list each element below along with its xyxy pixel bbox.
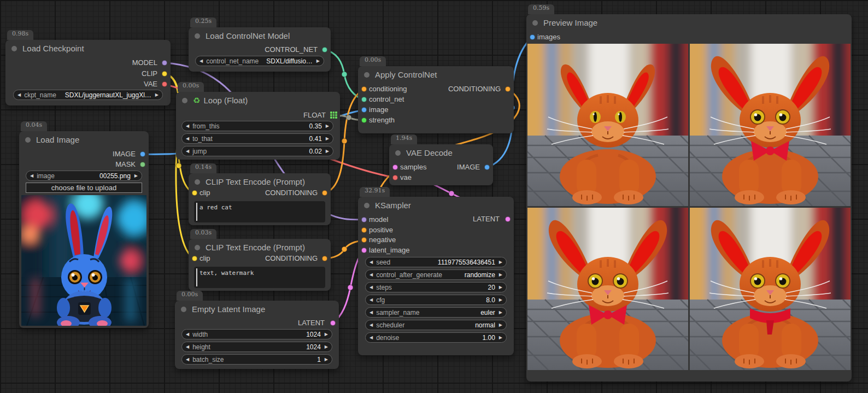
collapse-indicator[interactable]: [364, 72, 370, 78]
port-latent-output[interactable]: [505, 216, 511, 222]
height-widget[interactable]: ◀ height 1024 ▶: [181, 342, 332, 352]
port-clip-input[interactable]: [192, 190, 197, 196]
port-positive-input[interactable]: [361, 227, 367, 233]
increment-arrow-icon[interactable]: ▶: [325, 332, 328, 337]
decrement-arrow-icon[interactable]: ◀: [370, 260, 373, 265]
port-image-output[interactable]: [484, 165, 490, 170]
node-empty-latent-image[interactable]: 0.00s Empty Latent Image LATENT ◀ width …: [175, 301, 339, 369]
collapse-indicator[interactable]: [364, 203, 370, 208]
node-load-controlnet-model[interactable]: 0.25s Load ControlNet Model CONTROL_NET …: [189, 27, 331, 72]
node-ksampler[interactable]: 32.91s KSampler model positive negative …: [358, 197, 514, 355]
increment-arrow-icon[interactable]: ▶: [326, 137, 329, 141]
port-vae-output[interactable]: [162, 81, 167, 87]
collapse-indicator[interactable]: [181, 307, 186, 312]
node-preview-image[interactable]: 0.59s Preview Image images: [526, 14, 852, 382]
increment-arrow-icon[interactable]: ▶: [499, 336, 502, 340]
decrement-arrow-icon[interactable]: ◀: [186, 345, 189, 349]
port-model-input[interactable]: [361, 217, 367, 222]
decrement-arrow-icon[interactable]: ◀: [186, 137, 189, 141]
port-control-net-input[interactable]: [361, 97, 367, 102]
collapse-indicator[interactable]: [532, 20, 538, 26]
decrement-arrow-icon[interactable]: ◀: [186, 149, 189, 154]
port-vae-input[interactable]: [392, 175, 398, 180]
increment-arrow-icon[interactable]: ▶: [134, 174, 138, 178]
seed-widget[interactable]: ◀ seed 1119775536436451 ▶: [365, 257, 507, 267]
decrement-arrow-icon[interactable]: ◀: [370, 323, 373, 327]
increment-arrow-icon[interactable]: ▶: [499, 298, 502, 302]
decrement-arrow-icon[interactable]: ◀: [370, 310, 373, 315]
port-conditioning-output[interactable]: [505, 86, 511, 92]
increment-arrow-icon[interactable]: ▶: [499, 273, 502, 277]
decrement-arrow-icon[interactable]: ◀: [186, 357, 189, 362]
choose-file-button[interactable]: choose file to upload: [26, 183, 142, 193]
port-conditioning-output[interactable]: [322, 256, 327, 261]
decrement-arrow-icon[interactable]: ◀: [186, 124, 189, 128]
increment-arrow-icon[interactable]: ▶: [499, 323, 502, 327]
batch-size-widget[interactable]: ◀ batch_size 1 ▶: [181, 354, 332, 365]
increment-arrow-icon[interactable]: ▶: [325, 345, 328, 349]
port-negative-input[interactable]: [361, 237, 367, 243]
node-load-image[interactable]: 0.04s Load Image IMAGE MASK ◀ image 0025…: [19, 131, 149, 328]
collapse-indicator[interactable]: [195, 245, 200, 250]
node-apply-controlnet[interactable]: 0.00s Apply ControlNet conditioning cont…: [358, 66, 514, 133]
width-widget[interactable]: ◀ width 1024 ▶: [181, 329, 332, 339]
node-graph-canvas[interactable]: 0.98s Load Checkpoint MODEL CLIP VAE ◀ c…: [0, 0, 868, 393]
increment-arrow-icon[interactable]: ▶: [325, 357, 328, 362]
collapse-indicator[interactable]: [25, 137, 31, 143]
port-samples-input[interactable]: [392, 165, 398, 170]
port-clip-input[interactable]: [192, 256, 197, 261]
collapse-indicator[interactable]: [195, 33, 200, 39]
decrement-arrow-icon[interactable]: ◀: [370, 273, 373, 277]
control-net-name-widget[interactable]: ◀ control_net_name SDXL/diffusio… ▶: [195, 56, 324, 66]
scheduler-widget[interactable]: ◀ scheduler normal ▶: [365, 320, 507, 330]
decrement-arrow-icon[interactable]: ◀: [370, 336, 373, 340]
port-latent-image-input[interactable]: [361, 248, 367, 253]
prompt-textarea[interactable]: a red cat: [194, 201, 325, 222]
increment-arrow-icon[interactable]: ▶: [499, 260, 502, 265]
decrement-arrow-icon[interactable]: ◀: [186, 332, 189, 337]
increment-arrow-icon[interactable]: ▶: [316, 59, 320, 63]
prompt-textarea[interactable]: text, watermark: [194, 267, 325, 288]
port-clip-output[interactable]: [162, 71, 167, 77]
denoise-widget[interactable]: ◀ denoise 1.00 ▶: [365, 332, 507, 343]
steps-widget[interactable]: ◀ steps 20 ▶: [365, 282, 507, 292]
decrement-arrow-icon[interactable]: ◀: [200, 59, 203, 63]
increment-arrow-icon[interactable]: ▶: [499, 285, 502, 290]
image-filename-widget[interactable]: ◀ image 00255.png ▶: [26, 171, 142, 181]
port-control-net-output[interactable]: [322, 47, 327, 52]
float-grid-port-icon[interactable]: [330, 112, 337, 119]
port-model-output[interactable]: [162, 60, 167, 66]
decrement-arrow-icon[interactable]: ◀: [370, 298, 373, 302]
jump-widget[interactable]: ◀ jump 0.02 ▶: [181, 146, 333, 156]
increment-arrow-icon[interactable]: ▶: [155, 93, 159, 97]
sampler-name-widget[interactable]: ◀ sampler_name euler ▶: [365, 307, 507, 318]
to-that-widget[interactable]: ◀ to_that 0.41 ▶: [181, 133, 333, 144]
ckpt-name-widget[interactable]: ◀ ckpt_name SDXL/juggernautXL_juggXl… ▶: [13, 90, 163, 100]
port-conditioning-output[interactable]: [322, 190, 327, 196]
port-image-output[interactable]: [140, 151, 145, 157]
port-images-input[interactable]: [530, 34, 535, 40]
node-loop-float[interactable]: 0.00s ♻Loop (Float) FLOAT ◀ from_this 0.…: [176, 92, 340, 160]
port-strength-input[interactable]: [361, 118, 367, 123]
node-load-checkpoint[interactable]: 0.98s Load Checkpoint MODEL CLIP VAE ◀ c…: [5, 40, 171, 105]
from-this-widget[interactable]: ◀ from_this 0.35 ▶: [181, 121, 333, 131]
node-vae-decode[interactable]: 1.94s VAE Decode samples vae IMAGE: [389, 144, 493, 185]
control-after-generate-widget[interactable]: ◀ control_after_generate randomize ▶: [365, 269, 507, 280]
collapse-indicator[interactable]: [195, 179, 200, 185]
port-latent-output[interactable]: [330, 320, 336, 326]
increment-arrow-icon[interactable]: ▶: [326, 149, 329, 154]
increment-arrow-icon[interactable]: ▶: [326, 124, 329, 128]
cfg-widget[interactable]: ◀ cfg 8.0 ▶: [365, 295, 507, 305]
decrement-arrow-icon[interactable]: ◀: [370, 285, 373, 290]
node-clip-text-encode-negative[interactable]: 0.03s CLIP Text Encode (Prompt) clip CON…: [189, 239, 331, 291]
node-clip-text-encode-positive[interactable]: 0.14s CLIP Text Encode (Prompt) clip CON…: [189, 173, 331, 225]
collapse-indicator[interactable]: [182, 98, 187, 103]
decrement-arrow-icon[interactable]: ◀: [30, 174, 33, 178]
decrement-arrow-icon[interactable]: ◀: [17, 93, 21, 97]
port-image-input[interactable]: [361, 107, 367, 113]
increment-arrow-icon[interactable]: ▶: [499, 310, 502, 315]
collapse-indicator[interactable]: [11, 46, 17, 51]
port-conditioning-input[interactable]: [361, 86, 367, 92]
collapse-indicator[interactable]: [395, 150, 401, 156]
port-mask-output[interactable]: [140, 162, 145, 167]
